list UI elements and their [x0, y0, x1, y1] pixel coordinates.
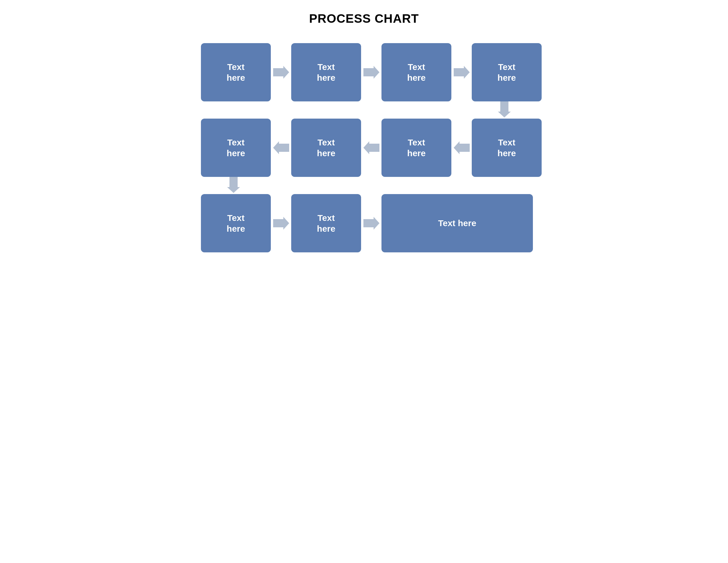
svg-marker-7: [227, 177, 240, 193]
svg-marker-6: [454, 141, 470, 154]
svg-marker-1: [363, 66, 379, 79]
svg-marker-5: [363, 141, 379, 154]
arrow-left-svg-3: [454, 141, 470, 154]
svg-marker-8: [273, 217, 289, 229]
box-label-r2b3: Text here: [407, 137, 425, 159]
connector-down-1: [201, 101, 539, 119]
arrow-right-svg-3: [454, 66, 470, 79]
box-label-r1b1: Text here: [227, 61, 245, 83]
row-3: Text here Text here Text here: [201, 194, 539, 252]
box-label-r1b4: Text here: [497, 61, 516, 83]
arrow-left-svg-1: [273, 141, 289, 154]
process-box-r2b3[interactable]: Text here: [381, 119, 451, 177]
process-box-r2b1[interactable]: Text here: [201, 119, 271, 177]
page-container: PROCESS CHART Text here Text here T: [189, 12, 539, 252]
chart-title: PROCESS CHART: [189, 12, 539, 26]
box-label-r2b4: Text here: [497, 137, 516, 159]
chart-area: Text here Text here Text here: [189, 43, 539, 252]
box-label-r1b3: Text here: [407, 61, 425, 83]
box-label-r2b2: Text here: [317, 137, 335, 159]
box-label-r2b1: Text here: [227, 137, 245, 159]
arrow-left-2: [361, 139, 381, 156]
box-label-r1b2: Text here: [317, 61, 335, 83]
arrow-right-4: [271, 214, 291, 232]
box-label-r3b2: Text here: [317, 212, 335, 234]
arrow-down-svg-1: [498, 101, 511, 117]
process-box-r3b1[interactable]: Text here: [201, 194, 271, 252]
row-1: Text here Text here Text here: [201, 43, 539, 101]
arrow-left-3: [451, 139, 472, 156]
arrow-right-svg-1: [273, 66, 289, 79]
arrow-right-svg-5: [363, 217, 379, 229]
row-2: Text here Text here Text here: [201, 119, 539, 177]
arrow-right-5: [361, 214, 381, 232]
process-box-r2b4[interactable]: Text here: [472, 119, 542, 177]
arrow-right-3: [451, 63, 472, 81]
process-box-r1b4[interactable]: Text here: [472, 43, 542, 101]
svg-marker-9: [363, 217, 379, 229]
arrow-down-svg-2: [227, 177, 240, 193]
process-box-r2b2[interactable]: Text here: [291, 119, 361, 177]
process-box-r3b2[interactable]: Text here: [291, 194, 361, 252]
svg-marker-3: [498, 101, 511, 117]
process-box-r1b3[interactable]: Text here: [381, 43, 451, 101]
connector-down-2: [201, 177, 539, 194]
svg-marker-2: [454, 66, 470, 79]
arrow-right-1: [271, 63, 291, 81]
arrow-right-2: [361, 63, 381, 81]
process-box-r1b1[interactable]: Text here: [201, 43, 271, 101]
process-box-r3b3[interactable]: Text here: [381, 194, 533, 252]
box-label-r3b3: Text here: [438, 218, 476, 229]
box-label-r3b1: Text here: [227, 212, 245, 234]
svg-marker-4: [273, 141, 289, 154]
arrow-right-svg-2: [363, 66, 379, 79]
svg-marker-0: [273, 66, 289, 79]
arrow-left-svg-2: [363, 141, 379, 154]
arrow-right-svg-4: [273, 217, 289, 229]
process-box-r1b2[interactable]: Text here: [291, 43, 361, 101]
arrow-left-1: [271, 139, 291, 156]
